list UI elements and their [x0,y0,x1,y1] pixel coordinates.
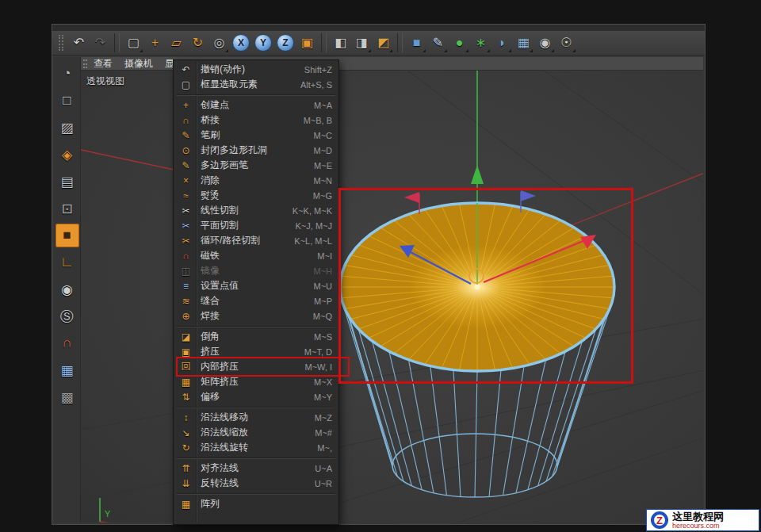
menu-item-iron[interactable]: ≈熨烫M~G [174,188,338,203]
menu-item-extrude-inner[interactable]: 回内部挤压M~W, I [174,359,338,374]
watermark: Z 这里教程网 herecours.com [646,509,759,531]
menu-item-label: 撤销(动作) [201,63,298,76]
menu-item-label: 熨烫 [201,189,307,202]
render-settings-button[interactable]: ◩ [373,33,394,54]
points-mode-button[interactable]: ⊡ [55,197,79,220]
menu-item-offset[interactable]: ⇅偏移M~Y [174,389,338,404]
menu-item-brush[interactable]: ✎笔刷M~C [174,128,338,143]
menu-item-align-normals[interactable]: ⇈对齐法线U~A [174,461,338,476]
toolbar-grip[interactable] [59,35,63,51]
menu-item-frame-selected-elements[interactable]: ▢框显选取元素Alt+S, S [174,77,338,92]
menu-item-matrix-extrude[interactable]: ▦矩阵挤压M~X [174,374,338,389]
menu-item-set-point-value[interactable]: ≡设置点值M~U [174,278,338,293]
menu-item-shortcut: M~A [314,101,332,110]
redo-button[interactable]: ↷ [90,33,111,54]
menu-item-shortcut: M~B, B [304,116,332,125]
make-editable-button[interactable]: ◔ [55,62,79,86]
subdivision-surface-button[interactable]: ● [449,33,470,54]
camera-object-button[interactable]: ◉ [534,33,556,54]
menu-item-label: 挤压 [201,345,298,358]
menu-item-create-point[interactable]: +创建点M~A [174,98,338,113]
menu-item-label: 框显选取元素 [201,78,294,91]
texture-mode-button[interactable]: ▨ [55,116,79,140]
menu-item-magnet[interactable]: ∩磁铁M~I [174,248,338,263]
lock-workplane-button[interactable]: ▦ [55,358,79,382]
loop-path-cut-icon: ✂ [176,235,196,247]
menu-item-label: 内部挤压 [201,360,298,373]
menu-item-move-along-normals[interactable]: ↕沿法线移动M~Z [174,410,338,425]
light-object-button[interactable]: ☉ [556,33,577,54]
texture-axis-mode-button[interactable]: ◈ [55,143,79,166]
menu-separator [174,491,338,496]
viewport-menu-camera[interactable]: 摄像机 [124,57,153,71]
menu-item-extrude[interactable]: ▣挤压M~T, D [174,344,338,359]
subdivision-surface-icon: ● [456,36,464,49]
mograph-clone-button[interactable]: ▦ [513,33,534,54]
quantize-grid-button[interactable]: ▩ [55,385,79,409]
live-selection-button[interactable]: ▢ [123,33,144,54]
lock-x-axis-button[interactable]: X [232,34,250,52]
workplane-mode-button[interactable]: ▤ [55,170,79,193]
last-used-tool-button[interactable]: ◎ [208,33,230,54]
render-picture-viewer-icon: ◨ [356,36,368,49]
context-menu: ↶撤销(动作)Shift+Z▢框显选取元素Alt+S, S+创建点M~A∩桥接M… [173,59,339,525]
menu-item-stitch-and-sew[interactable]: ≋缝合M~P [174,293,338,308]
environment-object-button[interactable]: ◗ [491,33,513,54]
polygon-pen-icon: ✎ [176,160,196,171]
menu-item-shortcut: M~H [313,266,332,276]
menu-item-close-polygon-hole[interactable]: ⊙封闭多边形孔洞M~D [174,143,338,158]
snap-settings-button[interactable]: Ⓢ [55,304,79,328]
add-cube-object-button[interactable]: ■ [406,33,427,54]
watermark-url[interactable]: herecours.com [672,522,724,530]
polygons-mode-button[interactable]: ■ [55,224,79,247]
menu-item-shortcut: M~Z [315,413,332,423]
workplane-mode-icon: ▤ [60,174,73,190]
viewport-solo-button[interactable]: ◉ [55,277,79,301]
menu-item-rotate-along-normals[interactable]: ↻沿法线旋转M~, [174,440,338,455]
frame-selected-elements-icon: ▢ [176,79,196,90]
menu-item-polygon-pen[interactable]: ✎多边形画笔M~E [174,158,338,173]
mode-palette: ◔□▨◈▤⊡■∟◉Ⓢ∩▦▩ [54,57,81,522]
menu-item-bevel[interactable]: ◪倒角M~S [174,329,338,344]
create-point-icon: + [176,100,196,111]
menu-item-dissolve[interactable]: ×消除M~N [174,173,338,188]
deformer-button[interactable]: ∗ [470,33,491,54]
menu-item-undo-action[interactable]: ↶撤销(动作)Shift+Z [174,62,338,77]
spline-pen-button[interactable]: ✎ [427,33,449,54]
array-icon: ▦ [176,499,196,510]
make-editable-icon: ◔ [63,66,71,82]
menu-item-array[interactable]: ▦阵列 [174,496,338,511]
menu-item-loop-path-cut[interactable]: ✂循环/路径切割K~L, M~L [174,233,338,248]
menu-item-shortcut: M~I [317,251,332,261]
move-tool-button[interactable]: + [144,33,166,54]
enable-axis-modification-button[interactable]: ∟ [55,251,79,274]
menu-item-line-cut[interactable]: ✂线性切割K~K, M~K [174,203,338,218]
menu-item-shortcut: M~S [314,332,332,342]
rotate-tool-button[interactable]: ↻ [187,33,208,54]
matrix-extrude-icon: ▦ [176,377,196,388]
menu-item-shortcut: M~X [314,377,332,387]
window-title-strip [52,25,705,31]
menu-item-weld[interactable]: ⊕焊接M~Q [174,308,338,323]
line-cut-icon: ✂ [176,205,196,216]
mograph-clone-icon: ▦ [518,36,530,49]
model-mode-button[interactable]: □ [55,89,79,113]
scale-tool-button[interactable]: ▱ [166,33,187,54]
stitch-and-sew-icon: ≋ [176,296,196,307]
render-picture-viewer-button[interactable]: ◨ [351,33,373,54]
coordinate-system-button[interactable]: ▣ [296,33,318,54]
menu-item-scale-along-normals[interactable]: ↘沿法线缩放M~# [174,425,338,440]
render-view-button[interactable]: ◧ [330,33,351,54]
menu-item-reverse-normals[interactable]: ⇊反转法线U~R [174,476,338,491]
lock-z-axis-button[interactable]: Z [277,34,294,52]
undo-button[interactable]: ↶ [68,33,90,54]
menu-item-shortcut: K~J, M~J [296,221,332,231]
magnet-snap-button[interactable]: ∩ [55,331,79,355]
viewport-menu-grip[interactable] [83,59,87,68]
menu-item-plane-cut[interactable]: ✂平面切割K~J, M~J [174,218,338,233]
menu-item-label: 矩阵挤压 [201,375,308,388]
menu-item-bridge[interactable]: ∩桥接M~B, B [174,113,338,128]
snap-settings-icon: Ⓢ [60,308,74,326]
lock-y-axis-button[interactable]: Y [254,34,272,52]
viewport-menu-view[interactable]: 查看 [94,57,113,71]
